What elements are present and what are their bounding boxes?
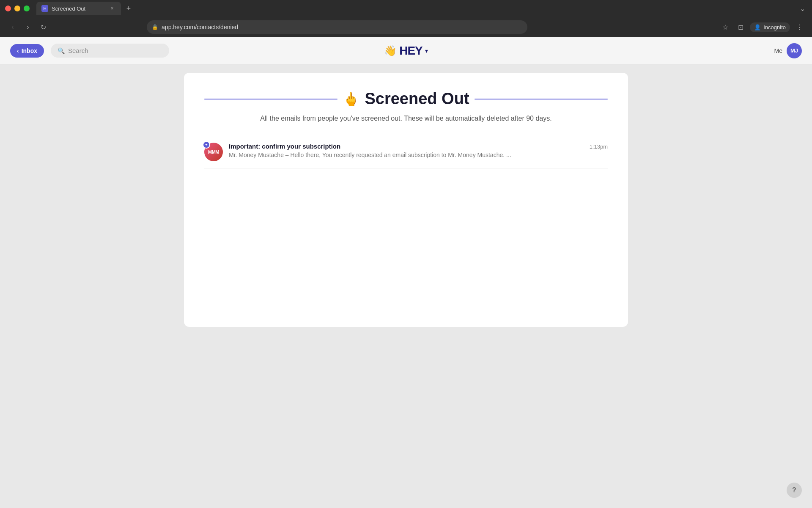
title-line-left <box>204 99 337 99</box>
logo-text: HEY <box>399 44 422 58</box>
screened-badge: ✦ <box>203 141 210 149</box>
app-content: ‹ Inbox 🔍 👋 HEY ▾ Me MJ 🖕 Screened Out <box>0 37 812 508</box>
browser-actions: ☆ ⊡ 👤 Incognito ⋮ <box>719 21 805 33</box>
minimize-button[interactable] <box>14 6 20 11</box>
search-icon: 🔍 <box>58 47 65 54</box>
search-bar[interactable]: 🔍 <box>51 44 169 58</box>
email-preview: Mr. Money Mustache – Hello there, You re… <box>229 152 584 158</box>
inbox-label: Inbox <box>22 47 37 54</box>
email-avatar-container: ✦ MMM <box>204 143 223 161</box>
app-header: ‹ Inbox 🔍 👋 HEY ▾ Me MJ <box>0 37 812 64</box>
forward-button[interactable]: › <box>22 21 34 33</box>
back-button[interactable]: ‹ <box>7 21 19 33</box>
incognito-badge: 👤 Incognito <box>750 22 790 32</box>
help-button[interactable]: ? <box>787 483 802 498</box>
tab-favicon: H <box>41 5 48 12</box>
bookmark-button[interactable]: ☆ <box>719 21 731 33</box>
close-button[interactable] <box>5 6 11 11</box>
more-options-button[interactable]: ⋮ <box>793 21 805 33</box>
tab-list-button[interactable]: ⌄ <box>798 3 807 14</box>
traffic-lights <box>5 6 30 11</box>
user-area: Me MJ <box>774 43 802 58</box>
address-bar[interactable]: 🔒 app.hey.com/contacts/denied <box>147 20 527 34</box>
title-line-right <box>475 99 608 99</box>
thumbs-down-icon: 🖕 <box>343 91 359 107</box>
search-input[interactable] <box>68 47 153 54</box>
email-list: ✦ MMM Important: confirm your subscripti… <box>204 136 608 168</box>
address-bar-row: ‹ › ↻ 🔒 app.hey.com/contacts/denied ☆ ⊡ … <box>0 17 812 37</box>
hey-logo[interactable]: 👋 HEY ▾ <box>384 44 428 58</box>
email-time: 1:13pm <box>590 144 608 150</box>
lock-icon: 🔒 <box>152 24 158 30</box>
page-title-area: 🖕 Screened Out <box>204 90 608 108</box>
avatar[interactable]: MJ <box>787 43 802 58</box>
url-text: app.hey.com/contacts/denied <box>162 24 238 30</box>
maximize-button[interactable] <box>24 6 30 11</box>
tab-bar: H Screened Out × + ⌄ <box>0 0 812 17</box>
page-subtitle: All the emails from people you've screen… <box>204 115 608 122</box>
browser-tab[interactable]: H Screened Out × <box>36 2 121 15</box>
logo-dropdown-icon: ▾ <box>425 47 428 54</box>
browser-chrome: H Screened Out × + ⌄ ‹ › ↻ 🔒 app.hey.com… <box>0 0 812 37</box>
tab-title: Screened Out <box>52 6 85 12</box>
content-card: 🖕 Screened Out All the emails from peopl… <box>184 73 628 327</box>
email-subject: Important: confirm your subscription <box>229 143 584 150</box>
page-title: Screened Out <box>365 90 469 108</box>
back-arrow-icon: ‹ <box>17 47 19 54</box>
incognito-label: Incognito <box>763 24 786 30</box>
incognito-icon: 👤 <box>754 24 761 30</box>
new-tab-button[interactable]: + <box>123 3 134 14</box>
table-row[interactable]: ✦ MMM Important: confirm your subscripti… <box>204 136 608 168</box>
tab-close-button[interactable]: × <box>108 5 116 12</box>
split-view-button[interactable]: ⊡ <box>735 21 746 33</box>
inbox-button[interactable]: ‹ Inbox <box>10 44 44 58</box>
user-label: Me <box>774 47 782 54</box>
main-content: 🖕 Screened Out All the emails from peopl… <box>0 64 812 508</box>
hand-wave-icon: 👋 <box>384 45 397 57</box>
email-body: Important: confirm your subscription Mr.… <box>229 143 584 158</box>
reload-button[interactable]: ↻ <box>37 21 49 33</box>
